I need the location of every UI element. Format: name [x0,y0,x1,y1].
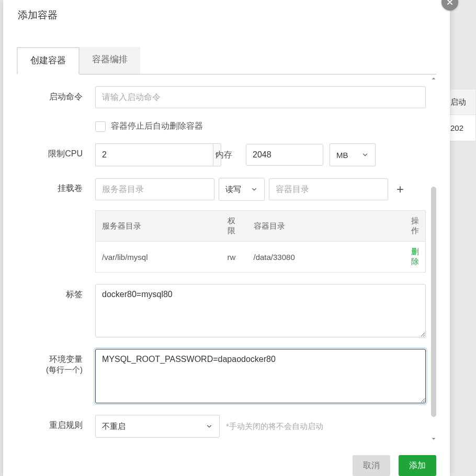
memory-input[interactable] [246,144,323,166]
form: 启动命令 容器停止后自动删除容器 限制CPU [17,75,436,446]
scroll-down-arrow[interactable] [430,435,436,443]
rw-value: 读写 [225,185,241,195]
form-scroll-area: 启动命令 容器停止后自动删除容器 限制CPU [17,75,436,446]
add-volume-button[interactable]: + [392,182,408,197]
vol-container-dir: /data/33080 [247,242,400,273]
vol-th-server: 服务器目录 [96,211,221,242]
vol-th-container: 容器目录 [247,211,400,242]
restart-hint: *手动关闭的将不会自动启动 [226,422,323,432]
label-start-command: 启动命令 [17,86,95,103]
modal-footer: 取消 添加 [3,446,450,476]
delete-volume-link[interactable]: 删除 [411,247,419,266]
restart-select[interactable]: 不重启 [95,415,220,438]
vol-perm: rw [221,242,247,273]
rw-select[interactable]: 读写 [219,178,265,201]
tab-create-container[interactable]: 创建容器 [17,47,80,75]
table-row: /var/lib/mysql rw /data/33080 删除 [96,242,426,273]
vol-server-dir: /var/lib/mysql [96,242,221,273]
container-dir-input[interactable] [269,178,388,200]
modal-title: 添加容器 [3,0,450,30]
auto-remove-checkbox[interactable] [95,121,106,132]
chevron-down-icon [361,151,369,158]
label-memory: 内存 [216,150,232,161]
vol-th-op: 操作 [400,211,426,242]
cpu-input[interactable] [95,143,213,166]
vol-th-perm: 权限 [221,211,247,242]
memory-unit-select[interactable]: MB [330,143,376,166]
scrollbar-thumb[interactable] [431,187,436,417]
cancel-button[interactable]: 取消 [353,455,390,476]
label-cpu: 限制CPU [17,143,95,160]
chevron-down-icon [251,186,258,193]
row-restart: 重启规则 不重启 *手动关闭的将不会自动启动 [17,415,426,438]
label-env: 环境变量 (每行一个) [17,349,95,375]
row-auto-remove: 容器停止后自动删除容器 [17,120,426,132]
modal-tabs: 创建容器 容器编排 [17,47,436,75]
tags-textarea[interactable] [95,284,426,337]
volumes-table: 服务器目录 权限 容器目录 操作 /var/lib/mysql rw /data… [95,210,426,273]
close-icon [446,0,454,6]
auto-remove-label: 容器停止后自动删除容器 [111,121,203,132]
row-start-command: 启动命令 [17,86,426,108]
server-dir-input[interactable] [95,178,214,200]
label-tags: 标签 [17,284,95,300]
cpu-stepper [95,143,195,166]
plus-icon: + [396,182,404,196]
chevron-down-icon [206,423,213,430]
tab-compose[interactable]: 容器编排 [80,47,140,74]
add-button[interactable]: 添加 [399,455,436,476]
memory-unit-value: MB [336,151,348,160]
label-mount: 挂载卷 [17,178,95,194]
start-command-input[interactable] [95,86,426,108]
row-env: 环境变量 (每行一个) [17,349,426,403]
restart-value: 不重启 [102,422,126,432]
row-mount: 挂载卷 读写 + [17,178,426,273]
add-container-modal: 添加容器 创建容器 容器编排 启动命令 容器停止后自动删除容器 [3,0,450,476]
scroll-up-arrow[interactable] [430,75,436,82]
env-textarea[interactable] [95,349,426,403]
row-tags: 标签 [17,284,426,337]
row-cpu-memory: 限制CPU 内存 MB [17,143,426,166]
label-restart: 重启规则 [17,415,95,431]
